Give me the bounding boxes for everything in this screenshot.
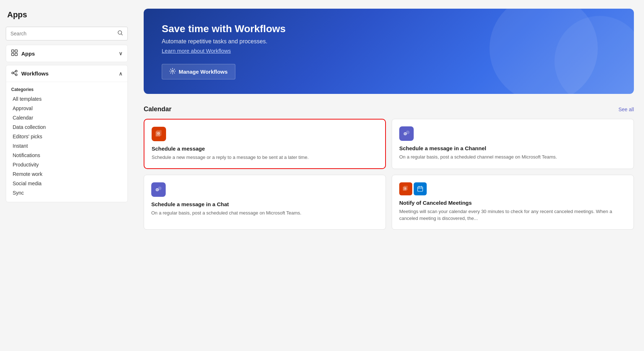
svg-text:T: T xyxy=(404,133,406,135)
categories-section: Categories All templates Approval Calend… xyxy=(6,82,127,202)
category-instant[interactable]: Instant xyxy=(11,141,122,151)
card-schedule-chat-desc: On a regular basis, post a scheduled cha… xyxy=(151,209,378,217)
svg-rect-26 xyxy=(418,187,423,191)
calendar-section-header: Calendar See all xyxy=(144,105,634,113)
search-icon xyxy=(117,30,123,37)
hero-banner: Save time with Workflows Automate repeti… xyxy=(144,9,634,94)
card-schedule-message[interactable]: O Schedule a message Schedule a new mess… xyxy=(144,119,386,169)
card-schedule-channel[interactable]: T Schedule a message in a Channel On a r… xyxy=(392,119,634,169)
office-icon-small: O xyxy=(399,182,412,195)
svg-line-9 xyxy=(14,72,16,73)
card-schedule-channel-title: Schedule a message in a Channel xyxy=(399,145,626,151)
svg-point-11 xyxy=(172,70,174,72)
category-all-templates[interactable]: All templates xyxy=(11,94,122,104)
cards-grid: O Schedule a message Schedule a new mess… xyxy=(144,119,634,230)
calendar-section-title: Calendar xyxy=(144,105,171,113)
category-data-collection[interactable]: Data collection xyxy=(11,122,122,132)
multi-icon-container: O xyxy=(399,182,626,195)
card-schedule-chat[interactable]: T Schedule a message in a Chat On a regu… xyxy=(144,175,386,230)
svg-text:T: T xyxy=(156,189,158,191)
category-editors-picks[interactable]: Editors' picks xyxy=(11,132,122,141)
svg-point-8 xyxy=(16,74,17,76)
calendar-icon-small xyxy=(414,182,427,195)
workflows-header[interactable]: Workflows ∧ xyxy=(6,65,127,82)
category-productivity[interactable]: Productivity xyxy=(11,160,122,169)
workflows-label: Workflows xyxy=(21,70,49,77)
card-schedule-chat-title: Schedule a message in a Chat xyxy=(151,201,378,207)
categories-label: Categories xyxy=(11,83,122,94)
teams-channel-icon: T xyxy=(399,126,414,141)
workflows-chevron-icon: ∧ xyxy=(119,71,122,77)
sidebar: Apps Apps ∨ xyxy=(0,0,134,351)
card-notify-cancelled[interactable]: O Notify of Canceled Meetings Meetings w… xyxy=(392,175,634,230)
svg-line-10 xyxy=(14,73,16,74)
category-approval[interactable]: Approval xyxy=(11,104,122,113)
manage-workflows-button[interactable]: Manage Workflows xyxy=(162,64,235,79)
search-box[interactable] xyxy=(6,27,128,40)
card-schedule-message-title: Schedule a message xyxy=(152,146,378,152)
workflows-icon xyxy=(11,70,18,77)
category-calendar[interactable]: Calendar xyxy=(11,113,122,122)
apps-icon xyxy=(11,49,18,57)
category-notifications[interactable]: Notifications xyxy=(11,151,122,160)
svg-line-1 xyxy=(121,34,122,35)
main-content: Save time with Workflows Automate repeti… xyxy=(134,0,644,351)
category-social-media[interactable]: Social media xyxy=(11,179,122,188)
apps-chevron-icon: ∨ xyxy=(119,51,122,56)
sidebar-item-workflows: Workflows ∧ Categories All templates App… xyxy=(6,65,128,202)
svg-text:O: O xyxy=(157,132,160,135)
svg-rect-5 xyxy=(15,53,18,56)
see-all-button[interactable]: See all xyxy=(618,107,634,112)
card-schedule-message-desc: Schedule a new message or a reply to a m… xyxy=(152,154,378,161)
card-notify-cancelled-desc: Meetings will scan your calendar every 3… xyxy=(399,208,626,222)
category-sync[interactable]: Sync xyxy=(11,188,122,198)
office-icon: O xyxy=(152,127,166,141)
card-schedule-channel-desc: On a regular basis, post a scheduled cha… xyxy=(399,153,626,161)
card-notify-cancelled-title: Notify of Canceled Meetings xyxy=(399,200,626,206)
gear-icon xyxy=(169,68,176,75)
manage-workflows-label: Manage Workflows xyxy=(179,69,228,75)
teams-chat-icon: T xyxy=(151,182,166,197)
svg-text:O: O xyxy=(405,187,406,190)
svg-rect-3 xyxy=(15,50,18,52)
sidebar-title: Apps xyxy=(6,7,128,24)
apps-label: Apps xyxy=(21,51,35,57)
category-remote-work[interactable]: Remote work xyxy=(11,169,122,179)
sidebar-item-apps[interactable]: Apps ∨ xyxy=(6,45,128,62)
hero-link[interactable]: Learn more about Workflows xyxy=(162,48,616,54)
search-input[interactable] xyxy=(10,31,114,36)
hero-subtitle: Automate repetitive tasks and processes. xyxy=(162,38,616,45)
hero-title: Save time with Workflows xyxy=(162,23,616,35)
svg-point-7 xyxy=(16,70,17,72)
svg-rect-4 xyxy=(12,53,14,56)
svg-point-6 xyxy=(12,72,14,74)
svg-rect-2 xyxy=(12,50,14,52)
